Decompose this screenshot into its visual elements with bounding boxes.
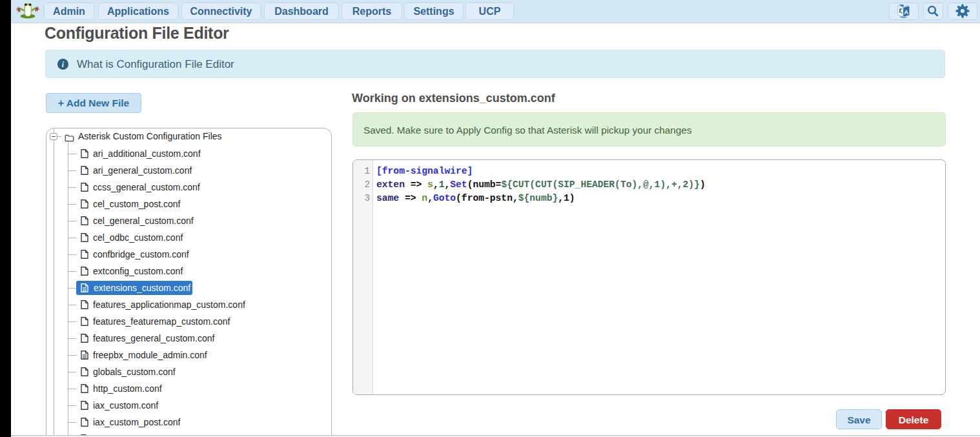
svg-text:A: A	[904, 8, 908, 15]
